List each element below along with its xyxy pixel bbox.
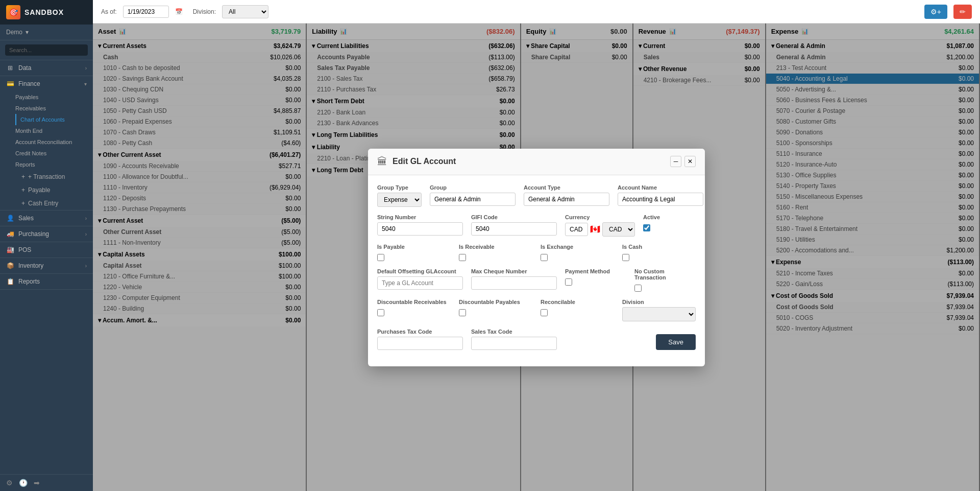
discountable-receivables-checkbox[interactable] [377,309,384,316]
sidebar: 🎯 SANDBOX Demo ▾ ⊞ Data › 💳 Finance ▾ Pa… [0,0,93,491]
plus-icon: + [21,200,25,207]
purchases-tax-code-input[interactable] [377,337,463,350]
sidebar-user[interactable]: Demo ▾ [0,25,93,40]
string-number-input[interactable] [377,222,463,236]
sidebar-item-receivables[interactable]: Receivables [15,103,93,114]
sidebar-item-inventory[interactable]: 📦 Inventory › [0,258,93,273]
sidebar-header: 🎯 SANDBOX [0,0,93,25]
data-icon: ⊞ [6,64,14,72]
logout-icon[interactable]: ➡ [34,479,40,487]
discountable-receivables-label: Discountable Receivables [377,299,451,305]
calendar-icon[interactable]: 📅 [175,8,183,15]
active-label: Active [643,214,696,220]
reports-icon: 📋 [6,278,14,285]
sales-tax-code-field: Sales Tax Code [471,329,557,350]
modal-form-row1: Group Type Expense Asset Liability Equit… [377,184,696,207]
is-exchange-checkbox[interactable] [541,254,548,261]
modal-form-row6: Purchases Tax Code Sales Tax Code Save [377,329,696,350]
is-payable-label: Is Payable [377,244,451,250]
currency-label: Currency [565,214,635,220]
chevron-down-icon: ▾ [26,29,29,36]
no-custom-transaction-label: No Custom Transaction [634,268,696,280]
sidebar-item-chart-of-accounts[interactable]: Chart of Accounts [15,114,93,125]
account-type-input[interactable] [524,193,609,206]
modal-title: Edit GL Account [393,157,456,166]
sidebar-item-data[interactable]: ⊞ Data › [0,60,93,76]
add-button[interactable]: ⚙+ [924,5,947,19]
sidebar-item-cash-entry[interactable]: + Cash Entry [15,197,93,210]
clock-icon[interactable]: 🕐 [19,479,28,487]
topbar: As of: 📅 Division: All Division 1 ⚙+ ✏ [93,0,980,24]
modal-form-row2: String Number GIFI Code Currency 🇨🇦 [377,214,696,237]
user-name: Demo [6,29,22,36]
no-custom-transaction-checkbox[interactable] [634,285,642,292]
settings-icon[interactable]: ⚙ [6,479,13,487]
division-select[interactable]: All Division 1 [222,5,268,18]
reconcilable-checkbox[interactable] [541,309,548,316]
sidebar-purchasing-label: Purchasing [18,230,81,238]
modal-minimize-button[interactable]: ─ [670,156,681,167]
save-button[interactable]: Save [656,334,696,350]
gifi-code-label: GIFI Code [471,214,557,220]
string-number-label: String Number [377,214,463,220]
sidebar-item-credit-notes[interactable]: Credit Notes [15,148,93,159]
plus-icon: + [21,173,25,180]
modal-close-button[interactable]: ✕ [684,156,696,167]
chevron-down-icon: ▾ [84,81,87,87]
group-field: Group [430,184,516,207]
gifi-code-field: GIFI Code [471,214,557,237]
modal-overlay: 🏛 Edit GL Account ─ ✕ Group Type [93,24,980,491]
sidebar-item-reports[interactable]: Reports [15,159,93,170]
search-input[interactable] [5,44,88,56]
currency-text-input[interactable] [565,223,588,236]
sales-tax-code-input[interactable] [471,337,557,350]
sidebar-item-account-reconciliation[interactable]: Account Reconciliation [15,136,93,148]
is-cash-checkbox[interactable] [622,254,629,261]
discountable-payables-label: Discountable Payables [459,299,532,305]
reconcilable-field: Reconcilable [541,299,614,321]
default-offsetting-input[interactable] [377,276,463,290]
account-name-field: Account Name [618,184,703,207]
modal-body: Group Type Expense Asset Liability Equit… [368,175,705,366]
sidebar-finance-sub: Payables Receivables Chart of Accounts M… [0,91,93,210]
sidebar-item-transaction[interactable]: + + Transaction [15,170,93,183]
sidebar-item-pos[interactable]: 🏭 POS [0,242,93,258]
app-logo-icon: 🎯 [6,5,20,19]
sidebar-item-finance[interactable]: 💳 Finance ▾ [0,76,93,91]
division-field: Division Division 1 [622,299,696,321]
max-cheque-input[interactable] [471,276,557,290]
is-payable-checkbox[interactable] [377,254,384,261]
edit-button[interactable]: ✏ [953,5,972,19]
currency-select[interactable]: CAD USD [602,222,635,237]
account-name-input[interactable] [618,193,703,206]
group-type-select[interactable]: Expense Asset Liability Equity Revenue [377,193,422,207]
discountable-payables-checkbox[interactable] [459,309,466,316]
sidebar-item-payables[interactable]: Payables [15,91,93,103]
payment-method-checkbox[interactable] [565,278,572,286]
active-checkbox[interactable] [643,224,650,231]
chevron-right-icon: › [85,65,87,71]
is-receivable-checkbox[interactable] [459,254,466,261]
sidebar-item-purchasing[interactable]: 🚚 Purchasing › [0,226,93,242]
spacer-1 [565,329,626,350]
sidebar-reports-section: 📋 Reports [0,274,93,290]
sidebar-item-reports-main[interactable]: 📋 Reports [0,274,93,289]
sidebar-item-sales[interactable]: 👤 Sales › [0,211,93,226]
sidebar-item-payable[interactable]: + Payable [15,183,93,197]
chevron-right-icon: › [85,216,87,221]
is-receivable-label: Is Receivable [459,244,532,250]
sidebar-reports-label: Reports [18,278,87,285]
date-input[interactable] [123,6,169,18]
sidebar-pos-label: POS [18,246,87,253]
edit-gl-account-modal: 🏛 Edit GL Account ─ ✕ Group Type [368,149,705,366]
max-cheque-label: Max Cheque Number [471,268,557,274]
app-name: SANDBOX [24,8,64,16]
division-select-input[interactable]: Division 1 [622,307,696,321]
sidebar-item-month-end[interactable]: Month End [15,125,93,136]
cad-flag-icon: 🇨🇦 [590,224,600,234]
finance-icon: 💳 [6,80,14,87]
gifi-code-input[interactable] [471,222,557,236]
inventory-icon: 📦 [6,262,14,269]
sidebar-pos-section: 🏭 POS [0,242,93,258]
group-input[interactable] [430,193,516,206]
